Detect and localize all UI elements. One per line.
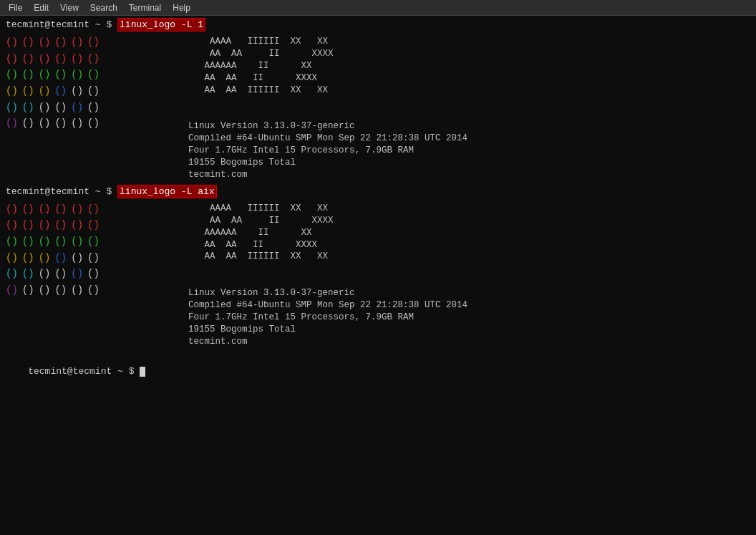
circle-row-6: () () () () () () <box>6 117 177 131</box>
logo-art-1: AAAA IIIIII XX XX AA AA II XXXX AAAAAA I… <box>183 33 473 184</box>
menu-file[interactable]: File <box>3 1 28 14</box>
circle-row-2-2: () () () () () () <box>6 218 177 233</box>
circle-row-5: () () () () () () <box>6 101 177 115</box>
prompt-line-1: tecmint@tecmint ~ $ linux_logo -L 1 <box>0 19 756 32</box>
prompt-line-2: tecmint@tecmint ~ $ linux_logo -L aix <box>0 185 756 198</box>
logo-circles-2: () () () () () () () () () () () () () (… <box>0 200 183 351</box>
prompt-3: tecmint@tecmint ~ $ <box>28 366 140 377</box>
info-line-2-4: 19155 Bogomips Total <box>188 324 296 334</box>
cursor <box>140 367 145 377</box>
circle-row-2-3: () () () () () () <box>6 235 177 249</box>
info-line-1-5: tecmint.com <box>188 170 248 180</box>
circle-row-4: () () () () () () <box>6 85 177 99</box>
logo-section-2: () () () () () () () () () () () () () (… <box>0 200 756 351</box>
menubar: File Edit View Search Terminal Help <box>0 0 756 16</box>
info-line-2-2: Compiled #64-Ubuntu SMP Mon Sep 22 21:28… <box>188 300 467 310</box>
command-1: linux_logo -L 1 <box>117 18 205 32</box>
menu-edit[interactable]: Edit <box>28 1 54 14</box>
command-2: linux_logo -L aix <box>117 185 217 198</box>
prompt-line-3: tecmint@tecmint ~ $ <box>0 352 756 391</box>
info-line-2-5: tecmint.com <box>188 337 248 347</box>
menu-search[interactable]: Search <box>84 1 123 14</box>
info-line-1-3: Four 1.7GHz Intel i5 Processors, 7.9GB R… <box>188 145 414 155</box>
logo-art-2: AAAA IIIIII XX XX AA AA II XXXX AAAAAA I… <box>183 200 473 351</box>
circle-row-2-4: () () () () () () <box>6 251 177 266</box>
terminal[interactable]: tecmint@tecmint ~ $ linux_logo -L 1 () (… <box>0 16 756 535</box>
info-line-1-2: Compiled #64-Ubuntu SMP Mon Sep 22 21:28… <box>188 133 467 143</box>
menu-terminal[interactable]: Terminal <box>123 1 167 14</box>
circle-row-2-6: () () () () () () <box>6 284 177 298</box>
prompt-2: tecmint@tecmint ~ $ <box>6 186 117 197</box>
logo-section-1: () () () () () () () () () () () () () (… <box>0 33 756 184</box>
menu-view[interactable]: View <box>54 1 84 14</box>
info-line-1-4: 19155 Bogomips Total <box>188 158 296 168</box>
circle-row-3: () () () () () () <box>6 68 177 82</box>
info-line-2-1: Linux Version 3.13.0-37-generic <box>188 288 355 298</box>
prompt-1: tecmint@tecmint ~ $ <box>6 19 117 30</box>
menu-help[interactable]: Help <box>167 1 196 14</box>
logo-circles-1: () () () () () () () () () () () () () (… <box>0 33 183 184</box>
circle-row-2-5: () () () () () () <box>6 267 177 281</box>
circle-row-2-1: () () () () () () <box>6 203 177 217</box>
circle-row-2: () () () () () () <box>6 52 177 67</box>
info-line-2-3: Four 1.7GHz Intel i5 Processors, 7.9GB R… <box>188 312 414 322</box>
circle-row-1: () () () () () () <box>6 36 177 50</box>
info-line-1-1: Linux Version 3.13.0-37-generic <box>188 121 355 131</box>
